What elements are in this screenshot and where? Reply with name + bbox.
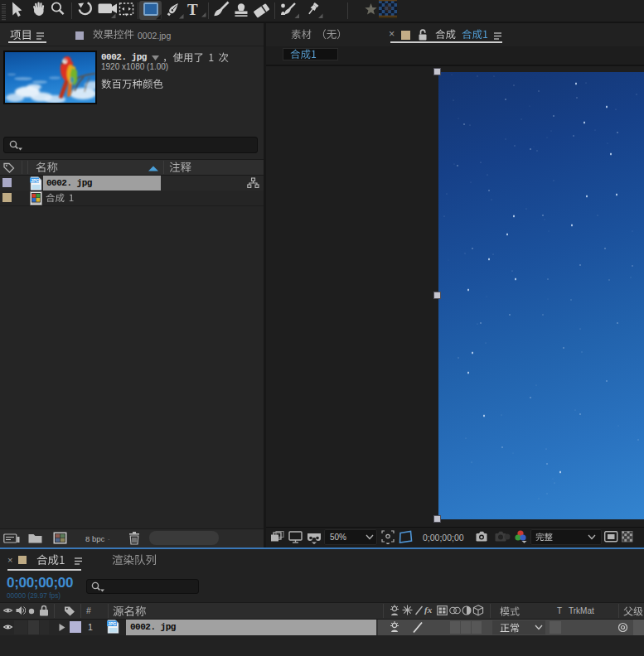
svg-text:JPG: JPG [108, 621, 116, 626]
svg-text:JPG: JPG [31, 178, 39, 183]
